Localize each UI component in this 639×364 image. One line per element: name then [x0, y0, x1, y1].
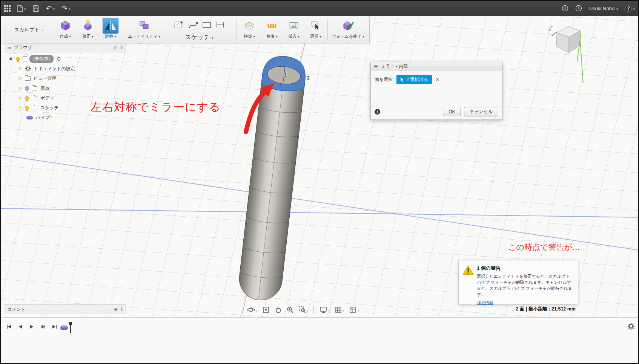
- workspace-label: スカルプト: [14, 26, 40, 33]
- sketch-group: スケッチ: [164, 18, 235, 41]
- visibility-bulb-icon[interactable]: [25, 96, 29, 100]
- timeline-panel: [1, 317, 639, 363]
- timeline-settings-button[interactable]: [628, 323, 634, 331]
- dialog-collapse-icon[interactable]: ⊖: [374, 64, 378, 69]
- record-icon[interactable]: [558, 1, 572, 16]
- clear-selection-icon[interactable]: ×: [436, 76, 439, 83]
- workspace-selector[interactable]: スカルプト: [10, 16, 48, 43]
- tree-label: ビュー管理: [34, 75, 57, 82]
- look-at-button[interactable]: [261, 305, 271, 314]
- tree-row-sketches[interactable]: ▷ スケッチ: [4, 103, 126, 113]
- undo-caret: [53, 5, 55, 12]
- play-button[interactable]: [27, 322, 36, 333]
- go-to-start-button[interactable]: [5, 322, 14, 333]
- folder-icon: [25, 76, 31, 81]
- display-settings-icon: [319, 306, 327, 314]
- rectangle-tool-button[interactable]: [202, 20, 212, 31]
- visibility-bulb-icon[interactable]: [25, 106, 29, 110]
- zoom-button[interactable]: [285, 305, 295, 314]
- file-menu-button[interactable]: [14, 1, 29, 16]
- viewports-button[interactable]: [347, 305, 361, 314]
- sketch-caret: [212, 34, 214, 41]
- pan-button[interactable]: [273, 305, 283, 314]
- display-settings-caret: [328, 307, 330, 314]
- collapse-panel-icon[interactable]: ««: [7, 45, 11, 50]
- go-to-end-button[interactable]: [50, 322, 59, 333]
- create-sketch-button[interactable]: [173, 19, 184, 32]
- tree-row-origin[interactable]: ▷ 原点: [4, 83, 126, 93]
- modify-menu-button[interactable]: 修正: [77, 18, 99, 39]
- browser-minimize-icon[interactable]: ⊖: [114, 45, 118, 50]
- visibility-bulb-off-icon[interactable]: [25, 86, 29, 90]
- selection-chip[interactable]: 2 選択済み: [396, 75, 432, 84]
- tree-row-view-management[interactable]: ▷ ビュー管理: [4, 73, 126, 83]
- expander-icon[interactable]: ▷: [19, 76, 23, 80]
- visibility-bulb-icon[interactable]: [16, 57, 20, 61]
- browser-grip-icon[interactable]: ‖: [121, 45, 123, 50]
- comments-grip-icon[interactable]: ‖: [121, 307, 123, 312]
- tree-row-document-root[interactable]: (未保存) ⊙: [4, 54, 126, 64]
- comments-expand-icon[interactable]: ⊕: [114, 307, 118, 312]
- selection-chip-label: 2 選択済み: [406, 76, 428, 83]
- tree-row-bodies[interactable]: ▷ ボディ: [4, 93, 126, 103]
- view-cube[interactable]: [547, 20, 585, 65]
- face-select-row: 面を選択 2 選択済み ×: [371, 71, 502, 84]
- toolbar-separator-2: [236, 19, 237, 40]
- finish-form-button[interactable]: フォームを終了: [328, 18, 368, 39]
- select-menu-button[interactable]: 選択: [305, 18, 327, 39]
- redo-icon: ↷: [61, 5, 68, 12]
- annotation-warning-note: この時点で警告が…: [508, 242, 580, 252]
- mirror-icon: [104, 20, 117, 32]
- ok-button[interactable]: OK: [443, 108, 461, 116]
- dimension-tool-button[interactable]: [215, 20, 225, 31]
- help-button[interactable]: ?: [622, 1, 638, 16]
- warning-detail-link[interactable]: 詳細情報: [477, 300, 493, 306]
- undo-button[interactable]: ↶: [43, 1, 58, 16]
- display-settings-button[interactable]: [318, 305, 332, 314]
- create-menu-button[interactable]: 作成: [54, 18, 76, 39]
- comments-title: コメント: [7, 306, 26, 313]
- step-forward-button[interactable]: [38, 322, 48, 333]
- step-back-button[interactable]: [16, 322, 25, 333]
- active-document-icon[interactable]: ⊙: [57, 56, 61, 62]
- info-icon[interactable]: i: [375, 109, 380, 115]
- construct-menu-button[interactable]: 構築: [238, 18, 260, 39]
- browser-header[interactable]: «« ブラウザ ⊖ ‖: [4, 43, 126, 52]
- file-menu-caret: [24, 5, 26, 12]
- help-caret: [633, 5, 635, 12]
- expander-open-icon[interactable]: [9, 57, 13, 61]
- toolbar-grip[interactable]: [4, 25, 6, 35]
- finish-form-label: フォームを終了: [332, 34, 361, 38]
- fit-button[interactable]: [297, 305, 310, 314]
- expander-icon[interactable]: ▷: [19, 106, 23, 110]
- expander-icon[interactable]: ▷: [19, 67, 23, 70]
- fit-caret: [307, 307, 309, 314]
- comments-bar[interactable]: コメント ⊕ ‖: [4, 304, 126, 314]
- insert-menu-button[interactable]: 挿入: [283, 18, 305, 39]
- user-account-button[interactable]: Usuki Naho: [585, 6, 622, 11]
- finish-form-caret: [363, 34, 364, 38]
- gear-icon: [628, 323, 634, 330]
- redo-button[interactable]: ↷: [58, 1, 74, 16]
- history-clock-icon[interactable]: [572, 1, 585, 16]
- inspect-menu-button[interactable]: 検査: [261, 18, 283, 39]
- expander-icon[interactable]: ▷: [19, 86, 23, 90]
- cancel-button[interactable]: キャンセル: [464, 107, 498, 116]
- pipe-feature-timeline-icon[interactable]: [60, 326, 68, 330]
- app-grid-icon[interactable]: [1, 1, 14, 16]
- 3d-viewport[interactable]: 1 2 左右対称でミラーにする この時点で警告が… スカルプト: [1, 16, 639, 317]
- symmetry-menu-button[interactable]: 対称: [100, 18, 121, 39]
- utilities-menu-button[interactable]: ユーティリティ: [125, 18, 163, 39]
- expander-icon[interactable]: ▷: [19, 96, 23, 100]
- spline-tool-button[interactable]: [188, 20, 198, 31]
- tree-row-document-settings[interactable]: ▷ ドキュメントの設定: [4, 64, 126, 73]
- tree-row-pipe1[interactable]: パイプ1: [4, 113, 126, 122]
- mirror-dialog-header[interactable]: ⊖ ミラー - 内部: [371, 62, 502, 71]
- dialog-title: ミラー - 内部: [381, 63, 408, 70]
- orbit-button[interactable]: [245, 305, 259, 314]
- utilities-label: ユーティリティ: [128, 34, 158, 38]
- grid-settings-button[interactable]: [333, 305, 346, 314]
- warning-title: 1 個の警告: [477, 265, 573, 272]
- timeline-position-marker[interactable]: [70, 323, 71, 333]
- save-button[interactable]: [29, 1, 43, 16]
